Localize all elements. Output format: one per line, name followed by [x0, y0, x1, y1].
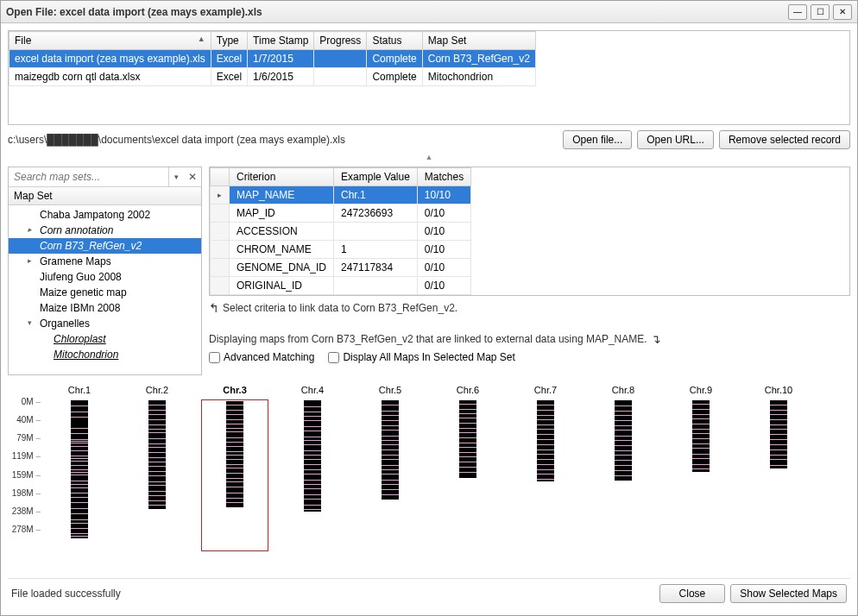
chromosome[interactable]: Chr.9 — [664, 385, 738, 472]
chromosome[interactable]: Chr.7 — [508, 385, 583, 481]
chromosome-body[interactable] — [459, 400, 476, 478]
criteria-row[interactable]: GENOME_DNA_ID2471178340/10 — [211, 259, 471, 277]
chromosome[interactable]: Chr.3 — [198, 385, 272, 551]
chromosome-band — [615, 470, 632, 471]
criteria-row[interactable]: MAP_ID2472366930/10 — [211, 204, 471, 223]
chromosome-band — [148, 491, 166, 492]
chromosome-body[interactable] — [148, 400, 166, 509]
display-all-maps-checkbox[interactable]: Display All Maps In Selected Map Set — [328, 351, 514, 363]
chromosome[interactable]: Chr.4 — [275, 385, 350, 512]
chromosome-band — [615, 440, 632, 441]
file-row[interactable]: maizegdb corn qtl data.xlsxExcel1/6/2015… — [9, 68, 536, 86]
tree-item[interactable]: Chaba Jampatong 2002 — [9, 207, 201, 223]
sort-asc-icon: ▲ — [198, 35, 205, 43]
chromosome-band — [71, 502, 88, 503]
chromosome-band — [304, 431, 321, 431]
tree-item[interactable]: Maize genetic map — [9, 285, 201, 300]
file-table-header[interactable]: File▲ — [9, 32, 211, 50]
chromosome-band — [71, 497, 88, 498]
mapset-panel: ▾ ✕ Map Set Chaba Jampatong 2002▸Corn an… — [8, 167, 202, 375]
chromosome[interactable]: Chr.6 — [431, 385, 505, 478]
open-file-button[interactable]: Open file... — [563, 130, 632, 149]
mapset-header[interactable]: Map Set — [9, 187, 201, 205]
chromosome-band — [537, 429, 554, 430]
close-button[interactable]: Close — [659, 584, 726, 603]
chromosome-body[interactable] — [692, 400, 710, 472]
tree-expander-icon[interactable]: ▸ — [28, 225, 36, 234]
chromosome-band — [615, 430, 632, 431]
chromosome-label: Chr.8 — [612, 385, 634, 397]
clear-search-icon[interactable]: ✕ — [184, 167, 201, 186]
chromosome-band — [148, 419, 166, 420]
content: File▲TypeTime StampProgressStatusMap Set… — [1, 23, 857, 615]
file-table-header[interactable]: Type — [211, 32, 247, 50]
chromosome[interactable]: Chr.5 — [353, 385, 427, 500]
mid-row: ▾ ✕ Map Set Chaba Jampatong 2002▸Corn an… — [8, 167, 850, 375]
advanced-matching-checkbox[interactable]: Advanced Matching — [209, 351, 314, 363]
minimize-button[interactable]: — — [788, 4, 807, 20]
split-handle-icon[interactable]: ▲ — [8, 154, 850, 161]
chromosome-body[interactable] — [226, 401, 243, 507]
chromosome-band — [226, 431, 243, 432]
criteria-row[interactable]: ▸MAP_NAMEChr.110/10 — [211, 186, 471, 204]
criteria-row[interactable]: ACCESSION0/10 — [211, 223, 471, 241]
file-table-header[interactable]: Map Set — [422, 32, 535, 50]
footer: File loaded successfully Close Show Sele… — [8, 578, 850, 608]
tree-expander-icon[interactable]: ▸ — [28, 256, 36, 265]
tree-item[interactable]: Corn B73_RefGen_v2 — [9, 238, 201, 254]
chromosome-band — [304, 494, 321, 495]
chromosome[interactable]: Chr.8 — [586, 385, 660, 481]
chromosome-band — [459, 462, 476, 462]
criteria-header[interactable]: Example Value — [334, 168, 418, 186]
tree-item[interactable]: Jiufeng Guo 2008 — [9, 269, 201, 285]
tree-item[interactable]: ▸Corn annotation — [9, 223, 201, 238]
search-input[interactable] — [9, 167, 168, 186]
chromosome-band — [148, 475, 166, 476]
criteria-header[interactable]: Matches — [417, 168, 470, 186]
chromosome-band — [71, 405, 88, 406]
chromosome-band — [71, 456, 88, 456]
close-window-button[interactable]: ✕ — [833, 4, 852, 20]
tree-item[interactable]: Chloroplast — [9, 331, 201, 347]
chromosome-body[interactable] — [304, 400, 321, 512]
chromosome-band — [382, 459, 399, 460]
tree-item[interactable]: Maize IBMn 2008 — [9, 300, 201, 316]
chromosome-body[interactable] — [615, 400, 632, 481]
criteria-row[interactable]: CHROM_NAME10/10 — [211, 241, 471, 259]
chromosome-band — [692, 468, 710, 469]
file-table-header[interactable]: Status — [367, 32, 422, 50]
remove-record-button[interactable]: Remove selected record — [719, 130, 850, 149]
chromosome-band — [382, 449, 399, 450]
chromosome-band — [382, 425, 399, 426]
axis-tick: 198M – — [12, 488, 41, 498]
chromosome[interactable]: Chr.2 — [120, 385, 194, 509]
chromosome[interactable]: Chr.10 — [741, 385, 816, 468]
show-selected-maps-button[interactable]: Show Selected Maps — [730, 584, 847, 603]
tree-item[interactable]: ▸Gramene Maps — [9, 254, 201, 269]
chromosome-body[interactable] — [71, 400, 88, 538]
chromosome-band — [71, 450, 88, 451]
chromosome-band — [459, 404, 476, 405]
tree-item[interactable]: ▾Organelles — [9, 316, 201, 331]
chromosome-body[interactable] — [382, 400, 399, 500]
chromosome[interactable]: Chr.1 — [42, 385, 117, 538]
file-table-header[interactable]: Time Stamp — [248, 32, 314, 50]
search-dropdown-icon[interactable]: ▾ — [168, 167, 184, 186]
chromosome-band — [459, 472, 476, 473]
maximize-button[interactable]: ☐ — [811, 4, 830, 20]
chromosome-body[interactable] — [537, 400, 554, 481]
chromosome-band — [459, 452, 476, 453]
chromosome-band — [148, 424, 166, 425]
chromosome-band — [304, 488, 321, 489]
axis-tick: 238M – — [12, 506, 41, 516]
chromosome-band — [226, 419, 243, 420]
criteria-row[interactable]: ORIGINAL_ID0/10 — [211, 277, 471, 295]
chromosome-body[interactable] — [770, 400, 787, 468]
tree-item[interactable]: Mitochondrion — [9, 347, 201, 362]
file-row[interactable]: excel data import (zea mays example).xls… — [9, 50, 536, 68]
tree-expander-icon[interactable]: ▾ — [28, 318, 36, 327]
axis-tick: 0M – — [22, 397, 41, 406]
open-url-button[interactable]: Open URL... — [637, 130, 714, 149]
file-table-header[interactable]: Progress — [314, 32, 367, 50]
criteria-header[interactable]: Criterion — [230, 168, 334, 186]
